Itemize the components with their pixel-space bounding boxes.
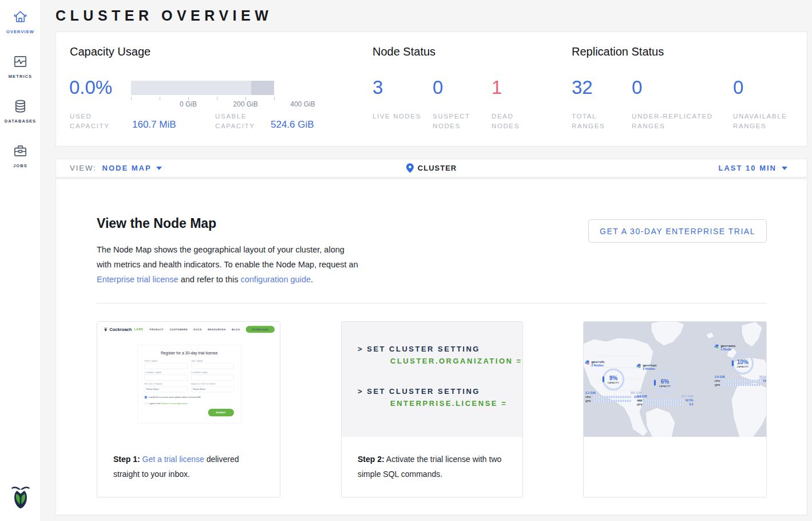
enterprise-trial-license-link[interactable]: Enterprise trial license [97,275,179,284]
cluster-summary-panel: Capacity Usage 0.0% 0 GiB 200 GiB 400 Gi… [56,31,807,147]
usable-capacity-value: 524.6 GiB [271,119,314,131]
unavailable-ranges-label: UNAVAILABLE RANGES [733,112,796,131]
suspect-nodes-value: 0 [433,77,443,98]
usable-capacity-label: USABLE CAPACITY [215,112,268,131]
sidebar-item-databases[interactable]: DATABASES [5,98,36,124]
configuration-guide-link[interactable]: configuration guide [240,275,311,284]
map-node-ams: geo=ams1 Node 10% CAPACITY 3.6 GiB36.6 G… [714,344,766,386]
capacity-bar-tail [251,81,274,95]
breadcrumb-cluster: CLUSTER [406,163,457,173]
under-replicated-ranges-value: 0 [632,77,642,98]
email-updates-checkbox-row: I would like to receive email updates ab… [145,396,234,398]
sidebar: OVERVIEW METRICS DATABASES [0,0,41,521]
checkbox-icon [145,402,147,405]
site-nav: PRODUCT CUSTOMERS DOCS RESOURCES BLOG DO… [149,326,275,333]
sidebar-item-overview[interactable]: OVERVIEW [6,9,34,34]
view-label: VIEW: [70,164,97,172]
trial-registration-screenshot: Cockroach LABS PRODUCT CUSTOMERS DOCS RE… [97,322,280,437]
sidebar-item-jobs[interactable]: JOBS [13,143,28,168]
company-email-field [191,374,234,380]
sql-commands-preview: > SET CLUSTER SETTING CLUSTER.ORGANIZATI… [342,322,522,437]
chevron-down-icon [156,167,162,170]
capacity-bar [131,81,274,95]
project-phase-select: Please Select [145,386,188,392]
step-2-card: > SET CLUSTER SETTING CLUSTER.ORGANIZATI… [341,321,523,498]
download-button: DOWNLOAD [246,326,275,333]
step-1-caption: Step 1: Get a trial license delivered st… [97,437,280,481]
capacity-tick-label: 400 GiB [290,100,315,108]
cockroachdb-logo [9,483,32,513]
live-nodes-label: LIVE NODES [373,112,425,121]
sql-statement: > SET CLUSTER SETTING [358,387,522,396]
capacity-used-percent: 0.0% [69,77,112,98]
step-2-caption: Step 2: Activate the trial license with … [342,437,522,481]
chevron-down-icon [782,167,787,170]
map-pin-icon [406,163,414,173]
cluster-overview-page: OVERVIEW METRICS DATABASES [0,0,812,521]
sql-statement: > SET CLUSTER SETTING [358,345,522,353]
sql-argument: ENTERPRISE.LICENSE = [390,399,522,408]
capacity-gauge: 9% CAPACITY [603,369,624,390]
form-title: Register for a 30-day trial license [145,351,234,356]
time-range-dropdown[interactable]: LAST 10 MIN [719,164,787,172]
used-capacity-label: USED CAPACITY [70,112,122,131]
suspect-nodes-label: SUSPECT NODES [433,112,485,131]
dead-nodes-value: 1 [492,77,502,98]
dead-nodes-label: DEAD NODES [492,112,544,131]
used-capacity-value: 160.7 MiB [132,119,176,131]
map-node-nyc: geo=nyc2 Nodes 6% CAPACITY 3.7 GiB43.7 G… [636,363,694,406]
trial-registration-form: Register for a 30-day trial license FIRS… [137,345,241,424]
step-3-card: geo=sfo2 Nodes 9% CAPACITY 3.2 GiB351 Gi… [583,321,767,498]
capacity-usage-title: Capacity Usage [70,45,150,58]
enterprise-trial-button[interactable]: GET A 30-DAY ENTERPRISE TRIAL [588,219,767,243]
cockroach-labs-logo: Cockroach LABS [104,327,143,332]
map-node-sfo: geo=sfo2 Nodes 9% CAPACITY 3.2 GiB351 Gi… [585,360,642,402]
home-icon [13,9,28,25]
node-map-description: The Node Map shows the geographical layo… [97,242,361,287]
sidebar-item-metrics[interactable]: METRICS [9,54,32,79]
capacity-tick-label: 0 GiB [180,100,197,108]
get-trial-license-link[interactable]: Get a trial license [142,455,204,464]
metrics-icon [13,54,28,69]
total-ranges-label: TOTAL RANGES [572,112,624,131]
company-name-field [145,374,188,380]
license-agreement-checkbox-row: I agree to the Software License Agreemen… [145,402,234,404]
sql-argument: CLUSTER.ORGANIZATION = [390,357,522,365]
reason-for-interest-select: Please Select [191,386,234,392]
first-name-field [145,363,188,369]
nodes-stack-icon [636,363,641,368]
submit-button: SUBMIT [208,409,234,416]
unavailable-ranges-value: 0 [733,77,743,98]
node-map-promo-panel: View the Node Map The Node Map shows the… [56,179,807,515]
view-bar: VIEW: NODE MAP CLUSTER LAST 10 MIN [56,159,807,177]
capacity-gauge: 10% CAPACITY [732,353,754,374]
checkbox-checked-icon [145,396,147,398]
last-name-field [191,363,234,369]
sidebar-item-label: DATABASES [5,119,36,124]
view-selector-dropdown[interactable]: NODE MAP [102,164,162,172]
jobs-icon [13,143,28,159]
section-divider [97,303,767,303]
node-map-heading: View the Node Map [97,216,216,231]
page-title: CLUSTER OVERVIEW [56,7,272,24]
capacity-gauge: 6% CAPACITY [654,372,676,394]
node-map-preview: geo=sfo2 Nodes 9% CAPACITY 3.2 GiB351 Gi… [584,322,766,437]
node-status-title: Node Status [373,45,435,58]
sidebar-item-label: JOBS [13,163,27,168]
total-ranges-value: 32 [572,77,593,98]
nodes-stack-icon [585,360,590,364]
databases-icon [13,98,28,114]
under-replicated-ranges-label: UNDER-REPLICATED RANGES [632,112,729,131]
step-1-card: Cockroach LABS PRODUCT CUSTOMERS DOCS RE… [97,321,280,498]
capacity-tick-label: 200 GiB [233,100,258,108]
sidebar-item-label: METRICS [9,74,32,79]
live-nodes-value: 3 [373,77,383,98]
nodes-stack-icon [714,344,719,348]
sidebar-item-label: OVERVIEW [6,29,34,34]
replication-status-title: Replication Status [572,45,664,58]
